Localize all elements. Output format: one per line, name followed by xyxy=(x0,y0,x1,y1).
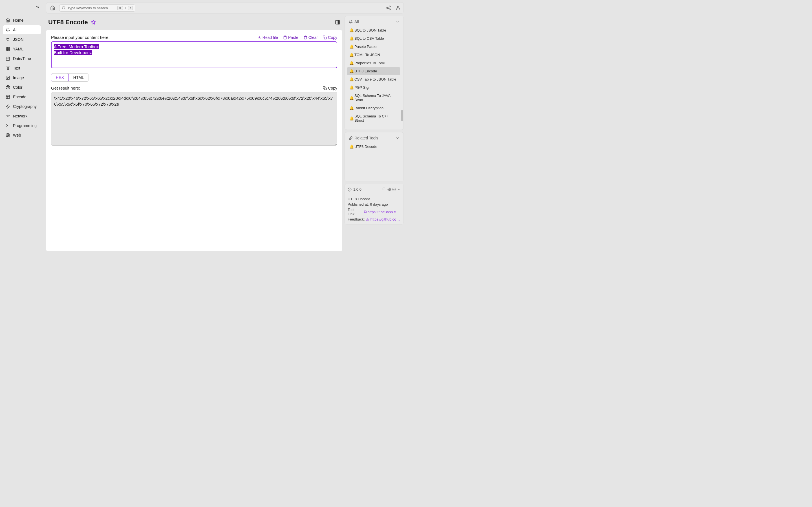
sidebar-item-home[interactable]: Home xyxy=(3,16,41,25)
version-label: 1.0.0 xyxy=(353,187,361,191)
sidebar-item-cryptography[interactable]: Cryptography xyxy=(3,102,41,111)
sidebar-item-color[interactable]: Color xyxy=(3,83,41,92)
related-item[interactable]: 🔔UTF8 Decode xyxy=(347,143,400,151)
favorite-button[interactable] xyxy=(91,20,96,25)
tools-panel: All 🔔SQL to JSON Table 🔔SQL to CSV Table… xyxy=(345,16,404,130)
copy-icon[interactable] xyxy=(383,187,386,191)
rail-item[interactable]: 🔔SQL Schema To C++ Struct xyxy=(347,112,400,124)
kbd-cmd: ⌘ xyxy=(117,6,123,10)
page-header: UTF8 Encode xyxy=(46,16,342,30)
box-icon xyxy=(6,95,10,99)
sidebar-item-label: Date/Time xyxy=(13,56,31,61)
main: ⌘ + K UTF8 Encode xyxy=(44,0,406,253)
chevron-down-icon[interactable] xyxy=(397,187,401,191)
rail-item[interactable]: 🔔SQL to CSV Table xyxy=(347,34,400,43)
toollink-value[interactable]: https://t.he3app.co… xyxy=(368,210,401,214)
user-button[interactable] xyxy=(396,5,401,10)
sidebar-item-datetime[interactable]: Date/Time xyxy=(3,54,41,63)
rail-item[interactable]: 🔔Paseto Parser xyxy=(347,43,400,51)
copy-icon[interactable]: ⧉ xyxy=(364,210,366,214)
search-box[interactable]: ⌘ + K xyxy=(59,4,135,11)
sidebar-item-yaml[interactable]: YAML xyxy=(3,45,41,54)
clear-button[interactable]: Clear xyxy=(303,35,318,40)
copy-input-button[interactable]: Copy xyxy=(323,35,337,40)
info-panel: 1.0.0 UTF8 Encode Published at: 6 days a… xyxy=(345,184,404,224)
globe-icon xyxy=(6,133,10,137)
share-button[interactable] xyxy=(386,5,391,10)
chevron-down-icon[interactable] xyxy=(396,136,400,140)
svg-rect-3 xyxy=(8,49,10,51)
info-icon xyxy=(348,187,352,191)
bell-icon: 🔔 xyxy=(349,45,353,49)
sidebar-item-image[interactable]: Image xyxy=(3,73,41,82)
related-panel: Related Tools 🔔UTF8 Decode xyxy=(345,132,404,181)
svg-point-10 xyxy=(62,6,65,9)
svg-point-14 xyxy=(397,6,399,8)
check-icon[interactable] xyxy=(392,187,396,191)
bell-icon: 🔔 xyxy=(349,36,353,41)
grid-icon xyxy=(6,47,10,51)
globe-icon[interactable] xyxy=(388,187,391,191)
copy-output-button[interactable]: Copy xyxy=(323,86,337,91)
sidebar-item-web[interactable]: Web xyxy=(3,131,41,140)
svg-rect-2 xyxy=(6,49,8,51)
search-input[interactable] xyxy=(67,6,116,10)
related-panel-title: Related Tools xyxy=(354,136,378,140)
sidebar-item-all[interactable]: All xyxy=(3,25,41,34)
chevron-down-icon[interactable] xyxy=(396,20,400,24)
tools-list: 🔔SQL to JSON Table 🔔SQL to CSV Table 🔔Pa… xyxy=(347,26,401,124)
bell-icon: 🔔 xyxy=(349,28,353,33)
rail-item[interactable]: 🔔CSV Table to JSON Table xyxy=(347,75,400,83)
feedback-label: Feedback: xyxy=(348,217,365,221)
sidebar-item-label: JSON xyxy=(13,37,23,42)
bell-icon: 🔔 xyxy=(349,86,353,90)
feedback-value[interactable]: https://github.com/… xyxy=(370,217,401,221)
svg-point-12 xyxy=(387,7,388,9)
right-rail: All 🔔SQL to JSON Table 🔔SQL to CSV Table… xyxy=(345,16,404,251)
svg-rect-16 xyxy=(338,20,340,24)
bell-icon: 🔔 xyxy=(349,106,353,110)
input-textarea[interactable]: A Free, Modern Toolbox Built for Develop… xyxy=(51,41,337,68)
rail-item[interactable]: 🔔TOML To JSON xyxy=(347,51,400,59)
calendar-icon xyxy=(6,56,10,61)
svg-rect-21 xyxy=(384,189,386,191)
sidebar-item-network[interactable]: Network xyxy=(3,112,41,121)
zap-icon xyxy=(6,104,10,109)
page-title: UTF8 Encode xyxy=(48,18,88,26)
sidebar-item-programming[interactable]: Programming xyxy=(3,121,41,130)
toggle-hex[interactable]: HEX xyxy=(51,73,69,82)
svg-point-23 xyxy=(393,188,396,191)
rail-item[interactable]: 🔔SQL Schema To JAVA Bean xyxy=(347,92,400,104)
alert-icon: ⚠ xyxy=(366,217,369,221)
toggle-html[interactable]: HTML xyxy=(68,73,89,81)
collapse-sidebar-button[interactable] xyxy=(35,4,40,9)
read-file-button[interactable]: Read file xyxy=(257,35,278,40)
rail-item[interactable]: 🔔Properties To Toml xyxy=(347,59,400,67)
sidebar-item-json[interactable]: JSON xyxy=(3,35,41,44)
svg-point-11 xyxy=(389,6,391,7)
home-button[interactable] xyxy=(49,4,56,11)
paste-button[interactable]: Paste xyxy=(283,35,298,40)
svg-rect-1 xyxy=(8,47,10,49)
rail-item[interactable]: 🔔SQL to JSON Table xyxy=(347,26,400,34)
bell-icon: 🔔 xyxy=(349,96,353,100)
sidebar-nav: Home All JSON YAML Date/Time Text xyxy=(3,16,41,140)
scrollbar[interactable] xyxy=(401,18,403,127)
image-icon xyxy=(6,75,10,80)
sidebar-item-label: Cryptography xyxy=(13,104,37,109)
output-textarea[interactable]: \x41\x20\x46\x72\x65\x65\x2c\x20\x4d\x6f… xyxy=(51,92,337,146)
rail-item[interactable]: 🔔PGP Sign xyxy=(347,83,400,92)
bell-icon: 🔔 xyxy=(349,116,353,121)
svg-rect-18 xyxy=(324,37,327,39)
rail-item-active[interactable]: 🔔UTF8 Encode xyxy=(347,67,400,75)
panel-toggle-button[interactable] xyxy=(335,20,340,25)
sidebar-item-text[interactable]: Text xyxy=(3,64,41,73)
bell-icon: 🔔 xyxy=(349,145,353,149)
sidebar-item-encode[interactable]: Encode xyxy=(3,93,41,101)
svg-point-13 xyxy=(389,9,391,10)
search-icon xyxy=(62,6,66,10)
bell-icon xyxy=(349,20,353,24)
tool-card: Please input your content here: Read fil… xyxy=(46,30,342,251)
sidebar-item-label: Web xyxy=(13,133,21,137)
rail-item[interactable]: 🔔Rabbit Decryption xyxy=(347,104,400,112)
